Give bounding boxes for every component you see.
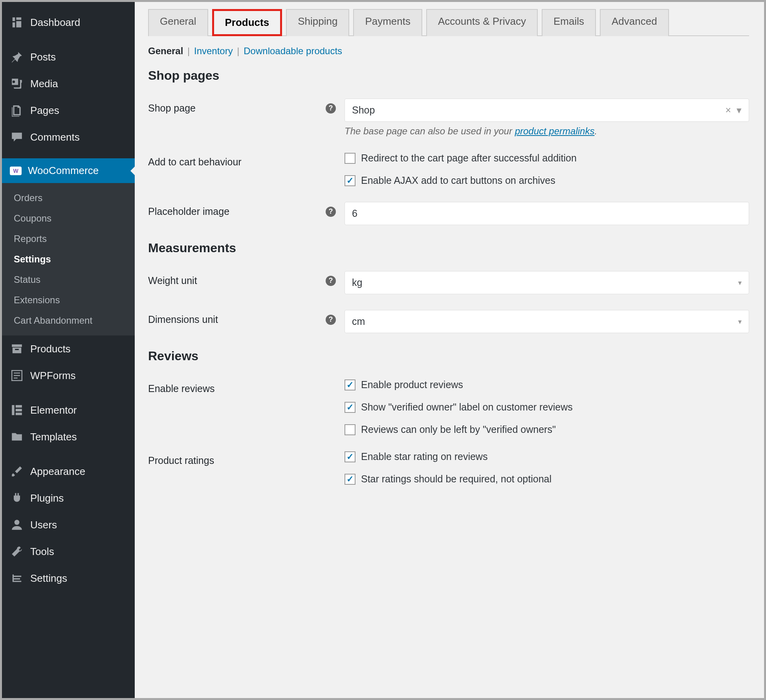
section-reviews-heading: Reviews [148, 349, 749, 363]
help-icon[interactable]: ? [326, 103, 336, 114]
plug-icon [10, 491, 24, 505]
brush-icon [10, 464, 24, 478]
weight-unit-label: Weight unit [148, 275, 197, 286]
sidebar-item-pages[interactable]: Pages [2, 97, 135, 124]
svg-rect-3 [16, 409, 22, 411]
product-permalinks-link[interactable]: product permalinks [515, 126, 595, 136]
section-shop-pages-heading: Shop pages [148, 68, 749, 83]
submenu-item-orders[interactable]: Orders [2, 188, 135, 208]
verified-only-checkbox[interactable] [345, 424, 356, 435]
enable-reviews-label: Enable reviews [148, 383, 215, 394]
subtab-downloadable[interactable]: Downloadable products [244, 46, 342, 56]
pushpin-icon [10, 50, 24, 64]
submenu-item-reports[interactable]: Reports [2, 229, 135, 249]
sidebar-item-plugins[interactable]: Plugins [2, 485, 135, 511]
svg-point-5 [15, 520, 20, 525]
tab-payments[interactable]: Payments [353, 9, 422, 36]
woocommerce-icon: W [10, 167, 22, 175]
woocommerce-submenu: Orders Coupons Reports Settings Status E… [2, 183, 135, 335]
submenu-item-extensions[interactable]: Extensions [2, 290, 135, 310]
chevron-down-icon: ▾ [738, 279, 742, 287]
submenu-item-settings[interactable]: Settings [2, 249, 135, 269]
product-ratings-label: Product ratings [148, 455, 214, 466]
sidebar-item-products[interactable]: Products [2, 335, 135, 362]
sidebar-item-label: Media [30, 78, 58, 90]
enable-product-reviews-label: Enable product reviews [361, 379, 463, 390]
sidebar-item-wpforms[interactable]: WPForms [2, 362, 135, 389]
sidebar-item-label: Pages [30, 104, 59, 117]
clear-icon[interactable]: × [725, 104, 731, 116]
tab-emails[interactable]: Emails [542, 9, 596, 36]
dimensions-unit-select[interactable]: cm ▾ [345, 310, 749, 333]
redirect-label: Redirect to the cart page after successf… [361, 152, 577, 164]
subtab-general[interactable]: General [148, 46, 183, 56]
sidebar-item-label: Appearance [30, 465, 85, 478]
chevron-down-icon: ▾ [738, 317, 742, 326]
section-measurements-heading: Measurements [148, 241, 749, 255]
enable-star-rating-checkbox[interactable] [345, 451, 356, 462]
help-icon[interactable]: ? [326, 276, 336, 286]
tab-products[interactable]: Products [212, 9, 282, 36]
product-subtabs: General | Inventory | Downloadable produ… [148, 46, 749, 57]
sidebar-item-appearance[interactable]: Appearance [2, 458, 135, 485]
archive-icon [10, 342, 24, 356]
weight-unit-value: kg [352, 277, 362, 288]
redirect-checkbox[interactable] [345, 153, 356, 164]
verified-only-label: Reviews can only be left by "verified ow… [361, 424, 556, 435]
star-required-checkbox[interactable] [345, 474, 356, 485]
placeholder-image-label: Placeholder image [148, 206, 229, 217]
sidebar-item-label: Templates [30, 431, 77, 443]
sidebar-item-media[interactable]: Media [2, 70, 135, 97]
ajax-label: Enable AJAX add to cart buttons on archi… [361, 175, 555, 186]
weight-unit-select[interactable]: kg ▾ [345, 271, 749, 294]
admin-sidebar: Dashboard Posts Media Pages Comments W W… [2, 2, 135, 698]
media-icon [10, 77, 24, 91]
help-icon[interactable]: ? [326, 207, 336, 217]
dimensions-unit-value: cm [352, 316, 365, 327]
sidebar-item-settings[interactable]: Settings [2, 565, 135, 592]
help-icon[interactable]: ? [326, 315, 336, 325]
sidebar-item-comments[interactable]: Comments [2, 124, 135, 150]
dashboard-icon [10, 15, 24, 29]
sidebar-item-label: Settings [30, 572, 67, 585]
enable-product-reviews-checkbox[interactable] [345, 379, 356, 390]
sidebar-item-templates[interactable]: Templates [2, 423, 135, 450]
shop-page-description: The base page can also be used in your p… [345, 126, 749, 137]
comment-icon [10, 130, 24, 144]
submenu-item-status[interactable]: Status [2, 269, 135, 290]
sidebar-item-tools[interactable]: Tools [2, 538, 135, 565]
tab-advanced[interactable]: Advanced [600, 9, 669, 36]
sidebar-item-dashboard[interactable]: Dashboard [2, 9, 135, 36]
shop-page-value: Shop [352, 104, 375, 116]
user-icon [10, 518, 24, 532]
shop-page-label: Shop page [148, 103, 196, 114]
sidebar-item-elementor[interactable]: Elementor [2, 397, 135, 423]
svg-rect-2 [16, 405, 22, 407]
star-required-label: Star ratings should be required, not opt… [361, 473, 552, 485]
sidebar-item-label: Products [30, 343, 71, 355]
tab-accounts-privacy[interactable]: Accounts & Privacy [426, 9, 538, 36]
sidebar-item-label: Posts [30, 51, 56, 63]
submenu-item-coupons[interactable]: Coupons [2, 208, 135, 229]
ajax-checkbox[interactable] [345, 175, 356, 186]
folder-icon [10, 430, 24, 444]
sliders-icon [10, 571, 24, 585]
svg-rect-4 [16, 412, 22, 415]
shop-page-select[interactable]: Shop × ▾ [345, 99, 749, 122]
sidebar-item-users[interactable]: Users [2, 511, 135, 538]
chevron-down-icon: ▾ [737, 104, 742, 116]
svg-rect-1 [12, 405, 14, 415]
verified-owner-label-checkbox[interactable] [345, 402, 356, 413]
sidebar-item-label: Plugins [30, 492, 64, 504]
sidebar-item-woocommerce[interactable]: W WooCommerce [2, 158, 135, 183]
sidebar-item-label: WPForms [30, 370, 76, 382]
sidebar-item-posts[interactable]: Posts [2, 44, 135, 70]
subtab-inventory[interactable]: Inventory [194, 46, 233, 56]
placeholder-image-input[interactable] [345, 202, 749, 225]
submenu-item-cart-abandonment[interactable]: Cart Abandonment [2, 310, 135, 331]
sidebar-item-label: Comments [30, 131, 80, 143]
tab-shipping[interactable]: Shipping [286, 9, 349, 36]
verified-owner-label-text: Show "verified owner" label on customer … [361, 401, 573, 413]
sidebar-item-label: Users [30, 519, 57, 531]
tab-general[interactable]: General [148, 9, 208, 36]
